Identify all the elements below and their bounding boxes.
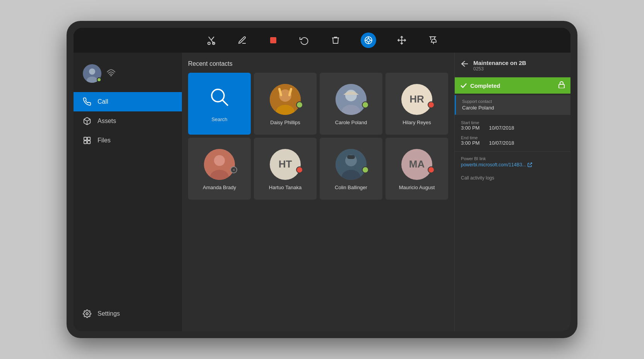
device-frame: Call Assets	[67, 21, 577, 338]
hartuo-status	[296, 166, 303, 173]
sidebar-item-files[interactable]: Files	[74, 131, 182, 150]
carole-avatar	[336, 84, 367, 115]
end-time-section: End time 3:00 PM 10/07/2018	[455, 132, 570, 152]
user-status-dot	[97, 77, 101, 82]
hilary-name: Hilary Reyes	[402, 120, 431, 125]
colin-status	[362, 166, 369, 173]
svg-rect-20	[84, 141, 87, 144]
contact-hartuo[interactable]: HT Hartuo Tanaka	[254, 138, 317, 200]
contacts-grid: Search	[188, 73, 448, 200]
support-name: Carole Poland	[462, 105, 567, 111]
contact-daisy[interactable]: Daisy Phillips	[254, 73, 317, 135]
lock-icon	[558, 81, 565, 90]
daisy-status	[296, 101, 303, 108]
power-bi-url: powerbi.microsoft.com/114B3...	[461, 162, 526, 168]
sidebar-item-assets[interactable]: Assets	[74, 111, 182, 131]
right-panel: Maintenance on 2B 0253 Completed	[454, 53, 570, 331]
right-panel-title: Maintenance on 2B	[473, 60, 526, 66]
sidebar-item-assets-label: Assets	[98, 118, 116, 125]
daisy-name: Daisy Phillips	[270, 120, 300, 125]
svg-point-6	[367, 39, 370, 42]
power-bi-link[interactable]: powerbi.microsoft.com/114B3...	[461, 162, 564, 168]
start-time-section: Start time 3:00 PM 10/07/2018	[455, 116, 570, 132]
svg-point-17	[111, 75, 111, 76]
contact-amanda[interactable]: ✕ Amanda Brady	[188, 138, 251, 200]
center-panel: Recent contacts Search	[182, 53, 454, 331]
user-section	[74, 60, 182, 92]
svg-point-15	[89, 68, 95, 75]
contact-colin[interactable]: Colin Ballinger	[320, 138, 382, 200]
pen-icon[interactable]	[237, 35, 248, 46]
sidebar-item-call-label: Call	[98, 98, 108, 105]
end-time-row: 3:00 PM 10/07/2018	[461, 140, 564, 146]
toolbar	[74, 28, 570, 53]
stop-icon[interactable]	[268, 35, 279, 46]
mauricio-name: Mauricio August	[399, 185, 435, 190]
end-date-value: 10/07/2018	[489, 140, 514, 146]
search-label: Search	[211, 116, 227, 122]
carole-name: Carole Poland	[335, 120, 367, 125]
completed-label-wrap: Completed	[460, 82, 500, 89]
svg-rect-21	[87, 137, 90, 140]
pin-icon[interactable]	[427, 35, 438, 46]
start-time-label: Start time	[461, 120, 564, 125]
sidebar: Call Assets	[74, 53, 182, 331]
sidebar-item-files-label: Files	[98, 137, 111, 144]
svg-rect-19	[84, 137, 87, 140]
amanda-status: ✕	[230, 166, 237, 173]
svg-point-23	[86, 313, 88, 315]
power-bi-section: Power BI link powerbi.microsoft.com/114B…	[455, 152, 570, 172]
mauricio-avatar: MA	[401, 149, 432, 180]
amanda-name: Amanda Brady	[203, 185, 236, 190]
carole-status	[362, 101, 369, 108]
mauricio-status	[428, 166, 435, 173]
colin-avatar	[336, 149, 367, 180]
start-date-value: 10/07/2018	[489, 125, 514, 131]
undo-icon[interactable]	[299, 35, 310, 46]
support-label: Support contact	[462, 99, 567, 104]
contacts-section-title: Recent contacts	[188, 60, 448, 67]
daisy-avatar	[270, 84, 301, 115]
svg-line-43	[529, 163, 532, 165]
svg-line-25	[222, 100, 228, 106]
delete-icon[interactable]	[330, 35, 341, 46]
hilary-status	[428, 101, 435, 108]
svg-rect-42	[559, 84, 564, 88]
contact-mauricio[interactable]: MA Mauricio August	[385, 138, 448, 200]
screen: Call Assets	[74, 28, 570, 331]
target-icon[interactable]	[361, 32, 376, 48]
move-icon[interactable]	[396, 35, 407, 46]
start-time-row: 3:00 PM 10/07/2018	[461, 125, 564, 131]
sidebar-item-settings-label: Settings	[98, 310, 120, 317]
hartuo-name: Hartuo Tanaka	[269, 185, 301, 190]
sidebar-item-call[interactable]: Call	[74, 92, 182, 111]
wifi-icon	[107, 69, 115, 78]
svg-rect-22	[87, 141, 90, 144]
svg-point-35	[214, 155, 225, 166]
colin-name: Colin Ballinger	[335, 185, 367, 190]
search-card[interactable]: Search	[188, 73, 251, 135]
end-time-value: 3:00 PM	[461, 140, 480, 146]
cut-icon[interactable]	[206, 35, 217, 46]
right-panel-subtitle: 0253	[473, 66, 526, 72]
completed-badge: Completed	[455, 77, 570, 94]
svg-rect-40	[347, 155, 355, 159]
main-area: Call Assets	[74, 53, 570, 331]
right-panel-title-block: Maintenance on 2B 0253	[473, 60, 526, 72]
completed-text: Completed	[470, 82, 500, 89]
support-contact-section: Support contact Carole Poland	[455, 95, 570, 115]
user-avatar-wrap	[83, 64, 101, 83]
svg-rect-4	[270, 37, 276, 43]
back-button[interactable]	[461, 60, 469, 69]
contact-hilary[interactable]: HR Hilary Reyes	[385, 73, 448, 135]
right-panel-header: Maintenance on 2B 0253	[455, 53, 570, 77]
power-bi-label: Power BI link	[461, 156, 564, 161]
hilary-avatar: HR	[401, 84, 432, 115]
call-activity-section: Call activity logs	[455, 172, 570, 184]
hartuo-avatar: HT	[270, 149, 301, 180]
svg-line-3	[211, 37, 214, 40]
end-time-label: End time	[461, 135, 564, 140]
start-time-value: 3:00 PM	[461, 125, 480, 131]
sidebar-item-settings[interactable]: Settings	[74, 304, 182, 323]
contact-carole[interactable]: Carole Poland	[320, 73, 382, 135]
